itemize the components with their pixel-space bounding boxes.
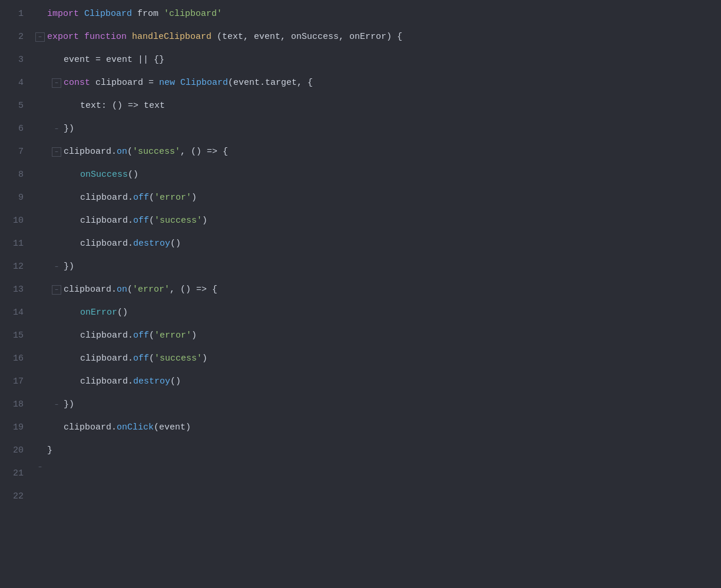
fold-icon-5[interactable]: –: [52, 78, 61, 88]
token-cb16: clipboard.: [80, 324, 133, 347]
code-line-19: – }): [35, 393, 721, 416]
code-line-17: clipboard. off ( 'success' ): [35, 347, 721, 370]
token-function: function: [84, 25, 132, 48]
token-cb14: clipboard.: [64, 278, 117, 301]
token-call9: (): [128, 163, 138, 186]
token-close-21: }: [47, 439, 52, 462]
line-num-3: 3: [5, 48, 24, 71]
token-on8: on: [117, 140, 127, 163]
token-p14: (: [127, 278, 133, 301]
token-success17: 'success': [154, 347, 202, 370]
token-new: new: [159, 71, 180, 94]
code-line-7: – }): [35, 117, 721, 140]
line-num-21: 21: [5, 462, 24, 485]
line-num-9: 9: [5, 186, 24, 209]
token-cp12: (): [170, 232, 181, 255]
code-editor: 1 2 3 4 5 6 7 8 9 10 11 12 13 14 15 16 1…: [0, 0, 721, 588]
token-onerror: onError: [80, 301, 117, 324]
token-from: from: [137, 2, 164, 25]
line-num-22: 22: [5, 485, 24, 508]
fold-line-7: –: [52, 124, 61, 134]
token-const: const: [64, 71, 95, 94]
line-num-4: 4: [5, 71, 24, 94]
code-line-22: –: [35, 462, 721, 471]
code-line-9: onSuccess (): [35, 163, 721, 186]
token-cb18: clipboard.: [80, 370, 133, 393]
line-num-13: 13: [5, 278, 24, 301]
token-cb20: clipboard.: [64, 416, 117, 439]
token-destroy18: destroy: [133, 370, 170, 393]
token-onsuccess: onSuccess: [80, 163, 128, 186]
token-onclick: onClick: [117, 416, 154, 439]
line-numbers: 1 2 3 4 5 6 7 8 9 10 11 12 13 14 15 16 1…: [0, 2, 31, 588]
code-line-11: clipboard. off ( 'success' ): [35, 209, 721, 232]
line-num-11: 11: [5, 232, 24, 255]
code-line-18: clipboard. destroy (): [35, 370, 721, 393]
fold-icon-3[interactable]: –: [35, 32, 45, 42]
code-line-13: – }): [35, 255, 721, 278]
token-cp16: ): [191, 324, 197, 347]
token-success11: 'success': [154, 209, 202, 232]
token-cp11: ): [202, 209, 207, 232]
token-clipboard-cls: Clipboard: [84, 2, 137, 25]
token-off16: off: [133, 324, 149, 347]
token-close-7: }): [64, 117, 74, 140]
line-num-18: 18: [5, 393, 24, 416]
code-line-20: clipboard. onClick (event): [35, 416, 721, 439]
token-cb11: clipboard.: [80, 209, 133, 232]
token-arrow8: , () => {: [180, 140, 228, 163]
code-line-10: clipboard. off ( 'error' ): [35, 186, 721, 209]
line-num-12: 12: [5, 255, 24, 278]
line-num-14: 14: [5, 301, 24, 324]
line-num-20: 20: [5, 439, 24, 462]
token-p10: (: [149, 186, 154, 209]
token-error10: 'error': [154, 186, 191, 209]
code-line-4: event = event || {}: [35, 48, 721, 71]
token-text-fn: text: () => text: [80, 94, 165, 117]
code-line-14: – clipboard. on ( 'error' , () => {: [35, 278, 721, 301]
fold-line-13: –: [52, 262, 61, 272]
line-num-19: 19: [5, 416, 24, 439]
code-line-5: – const clipboard = new Clipboard (event…: [35, 71, 721, 94]
line-num-2: 2: [5, 25, 24, 48]
code-line-3: – export function handleClipboard (text,…: [35, 25, 721, 48]
token-off11: off: [133, 209, 149, 232]
token-p11: (: [149, 209, 154, 232]
token-p16: (: [149, 324, 154, 347]
token-p17: (: [149, 347, 154, 370]
token-args: (event.target, {: [228, 71, 313, 94]
fold-line-22: –: [35, 462, 45, 471]
line-num-16: 16: [5, 347, 24, 370]
fold-line-19: –: [52, 400, 61, 409]
line-num-8: 8: [5, 163, 24, 186]
token-close-13: }): [64, 255, 74, 278]
token-error16: 'error': [154, 324, 191, 347]
token-close-19: }): [64, 393, 74, 416]
token-off10: off: [133, 186, 149, 209]
token-destroy12: destroy: [133, 232, 170, 255]
token-off17: off: [133, 347, 149, 370]
token-clipboard-str: 'clipboard': [164, 2, 222, 25]
code-line-15: onError (): [35, 301, 721, 324]
fold-icon-14[interactable]: –: [52, 285, 61, 295]
line-num-15: 15: [5, 324, 24, 347]
token-import: import: [47, 2, 84, 25]
token-success: 'success': [133, 140, 180, 163]
token-export: export: [47, 25, 84, 48]
token-cp10: ): [191, 186, 197, 209]
token-params: (text, event, onSuccess, onError) {: [217, 25, 402, 48]
code-line-16: clipboard. off ( 'error' ): [35, 324, 721, 347]
code-line-1: import Clipboard from 'clipboard': [35, 2, 721, 25]
token-cb10: clipboard.: [80, 186, 133, 209]
token-on14: on: [117, 278, 127, 301]
code-line-12: clipboard. destroy (): [35, 232, 721, 255]
token-cp17: ): [202, 347, 207, 370]
token-clipboard-eq: clipboard =: [95, 71, 159, 94]
fold-icon-8[interactable]: –: [52, 147, 61, 157]
token-cp20: (event): [154, 416, 191, 439]
line-num-17: 17: [5, 370, 24, 393]
token-call15: (): [117, 301, 128, 324]
code-line-6: text: () => text: [35, 94, 721, 117]
line-num-5: 5: [5, 94, 24, 117]
token-cb17: clipboard.: [80, 347, 133, 370]
